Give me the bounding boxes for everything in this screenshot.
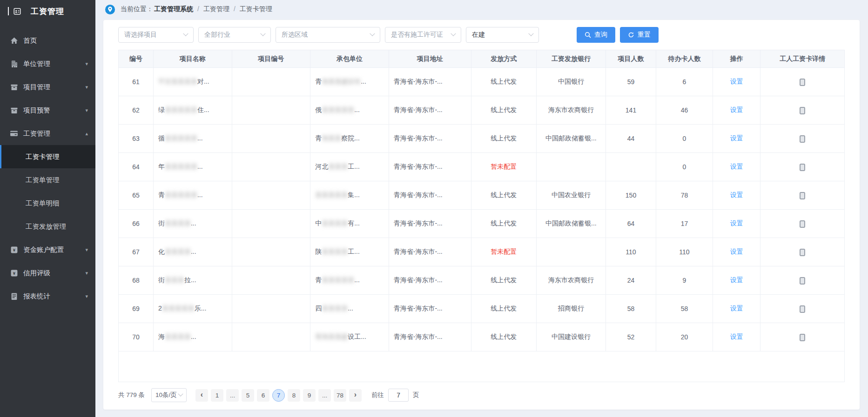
wage-card-detail-icon[interactable] (800, 277, 805, 285)
cell-address: 青海省-海东市-... (389, 323, 471, 351)
wage-card-detail-icon[interactable] (800, 334, 805, 341)
cell-pay-method: 线上代发 (471, 96, 536, 125)
cell-text: 设工... (348, 333, 366, 340)
cell-project-name: 街某某某某... (153, 210, 232, 238)
submenu-item-工资发放管理[interactable]: 工资发放管理 (0, 215, 95, 238)
cell-text: 2 (158, 304, 162, 312)
submenu-item-label: 工资单管理 (26, 176, 60, 185)
settings-link[interactable]: 设置 (730, 276, 743, 284)
blurred-text: 某某某某某 (315, 191, 348, 199)
wage-card-detail-icon[interactable] (800, 135, 805, 143)
page-button-8[interactable]: 8 (288, 389, 300, 402)
sidebar-item-label: 资金账户配置 (23, 245, 85, 254)
cell-project-name: 青某某某某某... (153, 181, 232, 210)
wage-card-detail-icon[interactable] (800, 305, 805, 313)
sidebar-item-首页[interactable]: 首页 (0, 29, 95, 52)
page-button-78[interactable]: 78 (334, 389, 346, 402)
submenu-工资管理: 工资卡管理工资单管理工资单明细工资发放管理 (0, 145, 95, 238)
wage-card-detail-icon[interactable] (800, 192, 805, 199)
cell-pending-cards: 20 (656, 323, 713, 351)
page-button-5[interactable]: 5 (242, 389, 254, 402)
submenu-item-工资单管理[interactable]: 工资单管理 (0, 168, 95, 192)
settings-link[interactable]: 设置 (730, 191, 743, 199)
sidebar-item-信用评级[interactable]: ¥信用评级▾ (0, 261, 95, 285)
wage-card-detail-icon[interactable] (800, 164, 805, 171)
sidebar-item-label: 报表统计 (23, 292, 85, 301)
wage-card-detail-icon[interactable] (800, 79, 805, 86)
filter-select-5[interactable]: 在建 (466, 27, 539, 43)
cell-people-count: 24 (606, 266, 656, 295)
sidebar: 工资管理 首页单位管理▾项目管理▾项目预警▾工资管理▴工资卡管理工资单管理工资单… (0, 0, 95, 417)
cell-contractor: 俄某某某某某... (310, 96, 389, 125)
cell-action: 设置 (713, 210, 760, 238)
settings-link[interactable]: 设置 (730, 219, 743, 227)
next-page-button[interactable]: › (349, 389, 362, 402)
sidebar-item-单位管理[interactable]: 单位管理▾ (0, 52, 95, 75)
table-row: 68街某某某拉...青某某某某某...青海省-海东市-...线上代发海东市农商银… (119, 266, 845, 295)
filter-select-1[interactable]: 请选择项目 (118, 27, 194, 43)
sidebar-item-工资管理[interactable]: 工资管理▴ (0, 122, 95, 145)
cell-people-count: 110 (606, 238, 656, 266)
cell-people-count: 150 (606, 181, 656, 210)
settings-link[interactable]: 设置 (730, 78, 743, 85)
cell-text: 俄 (315, 106, 322, 113)
search-button[interactable]: 查询 (577, 27, 615, 43)
settings-link[interactable]: 设置 (730, 106, 743, 113)
wage-card-detail-icon[interactable] (800, 107, 805, 114)
table-header-row: 编号项目名称项目编号承包单位项目地址发放方式工资发放银行项目人数待办卡人数操作工… (119, 50, 845, 68)
search-icon (585, 32, 591, 38)
breadcrumb-item[interactable]: 工资卡管理 (240, 5, 272, 13)
sidebar-item-项目管理[interactable]: 项目管理▾ (0, 75, 95, 99)
cell-text: 青 (315, 134, 322, 142)
cell-text: 年 (158, 163, 165, 170)
cell-pending-cards: 6 (656, 68, 713, 96)
salary-icon (10, 129, 18, 138)
prev-page-button[interactable]: ‹ (195, 389, 208, 402)
cell-text: 察院... (341, 134, 360, 142)
main-area: 当前位置： 工资管理系统 /工资管理/工资卡管理 请选择项目全部行业所选区域是否… (95, 0, 868, 417)
cell-text: 拉... (184, 276, 196, 284)
cell-address: 青海省-海东市-... (389, 68, 471, 96)
sidebar-item-报表统计[interactable]: 报表统计▾ (0, 285, 95, 308)
cell-contractor: 青海某某察院... (310, 125, 389, 153)
goto-page-input[interactable] (388, 389, 409, 402)
filter-select-2[interactable]: 全部行业 (198, 27, 271, 43)
cell-contractor: 某某某某某集... (310, 181, 389, 210)
chevron-down-icon (370, 31, 375, 36)
cell-text: ... (197, 191, 203, 199)
filter-select-4[interactable]: 是否有施工许可证 (385, 27, 461, 43)
cell-text: 绿 (158, 106, 165, 113)
cell-wage-card-detail (760, 153, 845, 181)
page-button-6[interactable]: 6 (257, 389, 269, 402)
column-header-待办卡人数: 待办卡人数 (656, 50, 713, 68)
page-button-9[interactable]: 9 (303, 389, 316, 402)
funds-icon: ¥ (10, 245, 18, 254)
page-button-1[interactable]: 1 (211, 389, 223, 402)
filter-select-value: 请选择项目 (124, 31, 157, 39)
cell-id: 66 (119, 210, 154, 238)
cell-contractor: 河北某某某工... (310, 153, 389, 181)
cell-pay-method: 线上代发 (471, 266, 536, 295)
cell-bank: 海东市农商银行 (536, 96, 606, 125)
sidebar-item-项目预警[interactable]: 项目预警▾ (0, 99, 95, 122)
cell-text: 工... (348, 163, 360, 170)
settings-link[interactable]: 设置 (730, 333, 743, 340)
cell-text: 青 (315, 78, 322, 85)
submenu-item-工资卡管理[interactable]: 工资卡管理 (0, 145, 95, 168)
wage-card-detail-icon[interactable] (800, 220, 805, 228)
cell-wage-card-detail (760, 125, 845, 153)
submenu-item-工资单明细[interactable]: 工资单明细 (0, 192, 95, 215)
sidebar-item-资金账户配置[interactable]: ¥资金账户配置▾ (0, 238, 95, 261)
page-size-select[interactable]: 10条/页 (151, 388, 187, 402)
settings-link[interactable]: 设置 (730, 304, 743, 312)
breadcrumb-item[interactable]: 工资管理 (203, 5, 229, 13)
settings-link[interactable]: 设置 (730, 248, 743, 255)
cell-pay-method: 暂未配置 (471, 153, 536, 181)
filter-select-3[interactable]: 所选区域 (276, 27, 380, 43)
reset-button[interactable]: 重置 (620, 27, 659, 43)
wage-card-detail-icon[interactable] (800, 249, 805, 256)
cell-action: 设置 (713, 295, 760, 323)
page-button-7[interactable]: 7 (272, 389, 285, 402)
settings-link[interactable]: 设置 (730, 134, 743, 142)
settings-link[interactable]: 设置 (730, 163, 743, 170)
